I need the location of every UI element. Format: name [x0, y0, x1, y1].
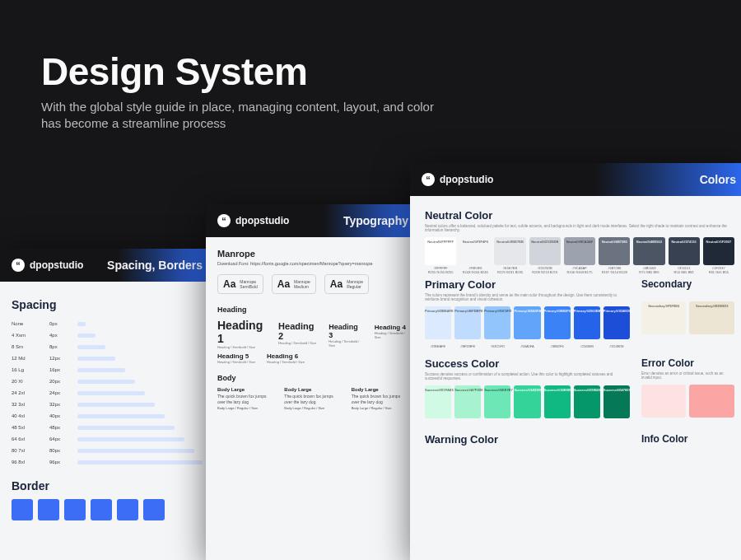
spacing-name: 16 Lg — [12, 367, 43, 372]
swatch-label: Primary/#2563EB — [574, 309, 600, 313]
spacing-px: 32px — [49, 402, 71, 407]
sample-meta: ManropeRegular — [347, 279, 363, 289]
heading-2: Heading 2 — [278, 321, 314, 341]
swatch-label: Neutral/#1F2937 — [703, 240, 734, 244]
color-swatch — [641, 385, 687, 418]
font-download-link[interactable]: Download Font: https://fonts.google.com/… — [217, 261, 408, 266]
color-swatch: Success/#047857 — [604, 385, 630, 418]
spacing-px: 16px — [49, 367, 71, 372]
color-swatch: Secondary/#F5F0E6 — [641, 301, 687, 334]
body-sample-text: The quick brown fox jumps over the lazy … — [352, 394, 408, 404]
color-swatch: Primary/#60A5FA#60A5FA — [514, 306, 540, 339]
swatch-hex: #60A5FA — [514, 345, 540, 349]
spacing-bar — [77, 449, 194, 453]
heading-caption: Heading / Semibold / Size — [329, 339, 362, 348]
card-typography: “ dpopstudio Typography Manrope Download… — [206, 204, 420, 560]
color-swatch: Success/#D1FAE5 — [425, 385, 451, 418]
swatch-hex: #9CA3AFR156 G163 B175 — [564, 267, 595, 275]
spacing-bar — [77, 380, 135, 384]
success-section: Success Color Success denotes success or… — [425, 357, 630, 418]
sample-aa: Aa — [330, 278, 343, 290]
heading-3: Heading 3 — [329, 323, 358, 339]
spacing-table: None 0px 4 Xsm 4px 8 Sm 8px 12 Md 12px 1… — [12, 318, 203, 468]
border-swatch — [143, 499, 165, 520]
spacing-name: 48 5xl — [12, 425, 43, 430]
swatch-label: Neutral/#D1D5DB — [529, 240, 561, 244]
primary-heading: Primary Color — [425, 278, 630, 291]
heading-caption: Heading / Semibold / Size — [375, 331, 408, 339]
color-swatch: Neutral/#4B5563#4B5563R75 G85 B99 — [633, 237, 664, 265]
body-sample-text: The quick brown fox jumps over the lazy … — [217, 394, 274, 404]
swatch-hex: #FFFFFFR255 G255 B255 — [425, 267, 456, 275]
heading-1: Heading 1 — [217, 319, 263, 345]
swatch-label: Primary/#1D4ED8 — [604, 309, 630, 313]
swatch-label: Primary/#BFDBFE — [454, 309, 481, 313]
swatch-label: Neutral/#6B7280 — [599, 240, 630, 244]
brand-name: dpopstudio — [30, 259, 83, 271]
headings-row-2: Heading 5Heading / Semibold / Size Headi… — [217, 352, 408, 364]
spacing-bar — [77, 334, 96, 338]
body-variant: Body Large The quick brown fox jumps ove… — [352, 387, 408, 412]
color-swatch: Neutral/#FFFFFF#FFFFFFR255 G255 B255 — [425, 237, 456, 265]
card-colors: “ dpopstudio Colors Neutral Color Neutra… — [410, 163, 741, 560]
page-title: Design System — [41, 49, 700, 94]
sample-meta: ManropeSemiBold — [240, 279, 257, 289]
spacing-name: 64 6xl — [12, 436, 43, 441]
spacing-name: 40 4xl — [12, 413, 43, 418]
warning-heading: Warning Color — [425, 433, 630, 446]
primary-desc: The colors represent the brand's identit… — [425, 293, 630, 301]
card-spacing: “ dpopstudio Spacing, Borders Spacing No… — [0, 249, 214, 560]
spacing-name: 20 Xl — [12, 379, 43, 384]
heading-4: Heading 4 — [375, 324, 406, 331]
section-heading-border: Border — [12, 479, 203, 492]
spacing-row: 48 5xl 48px — [12, 422, 203, 433]
error-swatches — [641, 385, 734, 418]
spacing-px: 48px — [49, 425, 71, 430]
swatch-label: Secondary/#EDE5D3 — [689, 304, 734, 308]
secondary-desc — [641, 292, 734, 296]
error-heading: Error Color — [641, 357, 734, 369]
card-body: Neutral Color Neutral colors offer a bal… — [410, 196, 741, 560]
color-swatch: Neutral/#D1D5DB#D1D5DBR209 G213 B219 — [529, 237, 561, 265]
brand: “ dpopstudio — [217, 214, 289, 227]
spacing-px: 96px — [49, 460, 71, 464]
swatch-label: Neutral/#374151 — [669, 240, 700, 244]
card-body: Spacing None 0px 4 Xsm 4px 8 Sm 8px 12 M… — [0, 282, 214, 560]
spacing-name: 80 7xl — [12, 448, 43, 453]
spacing-row: 64 6xl 64px — [12, 433, 203, 445]
spacing-row: 12 Md 12px — [12, 352, 203, 364]
error-section: Error Color Error denotes an error or cr… — [641, 357, 734, 418]
primary-section: Primary Color The colors represent the b… — [425, 278, 630, 351]
color-swatch: Neutral/#F3F4F6#F3F4F6R243 G244 B246 — [459, 237, 491, 265]
sample-aa: Aa — [277, 278, 290, 290]
heading-caption: Heading / Semibold / Size — [217, 345, 267, 349]
font-sample: Aa ManropeSemiBold — [217, 274, 263, 294]
spacing-row: 4 Xsm 4px — [12, 329, 203, 341]
swatch-hex: #DBEAFE — [425, 345, 451, 349]
color-swatch: Success/#059669 — [574, 385, 600, 418]
color-swatch: Success/#6EE7B7 — [484, 385, 510, 418]
swatch-label: Success/#A7F3D0 — [454, 388, 481, 392]
spacing-bar — [77, 345, 105, 349]
color-swatch: Success/#10B981 — [544, 385, 571, 418]
swatch-label: Success/#10B981 — [544, 388, 571, 392]
color-swatch: Neutral/#9CA3AF#9CA3AFR156 G163 B175 — [564, 237, 595, 265]
body-styles: Body Large The quick brown fox jumps ove… — [217, 387, 408, 412]
swatch-hex: #BFDBFE — [454, 345, 481, 349]
quote-icon: “ — [12, 259, 25, 272]
spacing-row: None 0px — [12, 318, 203, 329]
spacing-px: 64px — [49, 436, 71, 441]
card-header: “ dpopstudio Spacing, Borders — [0, 249, 214, 282]
color-swatch: Success/#A7F3D0 — [454, 385, 481, 418]
swatch-hex: #1F2937R31 G41 B55 — [703, 267, 734, 275]
body-variant: Body Large The quick brown fox jumps ove… — [284, 387, 341, 412]
success-desc: Success denotes success or confirmation … — [425, 372, 630, 380]
swatch-label: Primary/#93C5FD — [484, 309, 510, 313]
color-swatch: Neutral/#1F2937#1F2937R31 G41 B55 — [703, 237, 734, 265]
spacing-row: 8 Sm 8px — [12, 341, 203, 352]
card-title: Spacing, Borders — [107, 259, 203, 272]
body-caption: Body Large / Regular / Size — [217, 406, 274, 410]
color-swatch: Neutral/#E5E7EB#E5E7EBR229 G231 B235 — [494, 237, 525, 265]
secondary-heading: Secondary — [641, 278, 734, 290]
swatch-label: Success/#6EE7B7 — [484, 388, 510, 392]
